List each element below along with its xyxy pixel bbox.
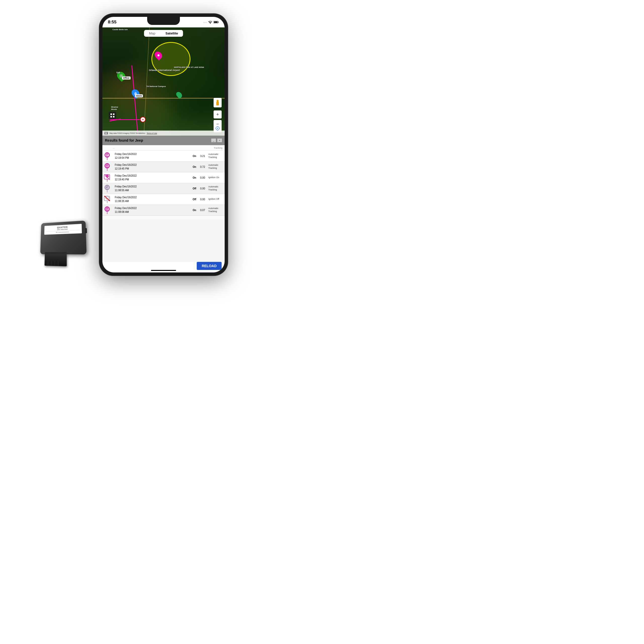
svg-rect-6 [120,76,121,77]
phone-screen: 8:55 ···· [102,17,225,272]
device-body: QUATON GPS TRACKER SN: xxxxxxxxxxxxxxxx [40,221,87,255]
row2-tracking: Automatic Tracking [207,162,225,172]
row6-time: 11:08:08 AM [115,210,189,214]
battery-icon [214,21,219,24]
row5-tracking: Ignition Off [207,194,225,205]
row2-time: 12:19:45 PM [115,167,189,171]
map-tabs: Map Satellite [144,30,183,37]
svg-rect-26 [106,155,107,155]
map-apps-icon[interactable] [109,112,116,119]
row6-date: Friday Dec/16/2022 [115,206,189,210]
device-label: QUATON GPS TRACKER SN: xxxxxxxxxxxxxxxx [44,224,82,235]
row3-time: 12:19:40 PM [115,178,189,181]
table-row[interactable]: Friday Dec/16/2022 11:08:55 AM Off 0.00 … [102,183,225,194]
home-indicator [151,270,176,271]
status-time: 8:55 [108,20,116,25]
meadow-woods-label: MeadowWoods [111,106,118,110]
svg-rect-35 [106,187,108,187]
airport-label: Orlando International Airport [149,69,180,72]
svg-rect-5 [122,75,123,76]
row3-distance: 0.00 [198,172,207,183]
row5-date: Friday Dec/16/2022 [115,195,189,199]
row4-distance: 0.00 [198,183,207,194]
results-controls: _ × [211,138,222,142]
svg-rect-41 [106,208,108,209]
row4-time: 11:08:55 AM [115,188,189,192]
pin-icon-6 [103,206,111,214]
northlake-label: NORTHLAKE PARK AT LAKE NONA [174,66,204,68]
connector-pins [46,261,65,266]
svg-rect-36 [106,187,107,188]
table-row[interactable]: Friday Dec/16/2022 11:08:35 AM Off 0.00 … [102,194,225,205]
results-table: Friday Dec/16/2022 12:19:54 PM On 3.21 A… [102,151,225,216]
row2-status: On [191,162,198,172]
wifi-icon [208,21,212,24]
svg-rect-42 [106,209,107,210]
reload-button[interactable]: RELOAD [197,262,222,270]
svg-rect-17 [105,132,105,133]
zoom-in-button[interactable]: + [214,110,222,118]
row3-tracking: Ignition On [207,172,225,183]
row1-time: 12:19:54 PM [115,156,189,160]
results-panel: Results found for Jeep _ × ... Tracking [102,136,225,262]
table-row[interactable]: Friday Dec/16/2022 12:19:54 PM On 3.21 A… [102,151,225,162]
side-port [85,228,87,233]
row4-tracking: Automatic Tracking [207,183,225,194]
svg-rect-21 [105,133,107,134]
map-footer: Map data ©2023 Imagery ©2023 TerraMetric… [102,131,225,136]
svg-line-38 [104,196,110,201]
street-view-icon[interactable] [214,98,222,107]
pin-icon-3 [103,174,111,182]
row3-date: Friday Dec/16/2022 [115,174,189,178]
results-header: Results found for Jeep _ × [102,136,225,145]
svg-rect-30 [106,166,107,166]
row1-date: Friday Dec/16/2022 [115,152,189,156]
svg-rect-20 [107,132,107,133]
svg-rect-22 [105,134,107,134]
ta-national-label: TA National Campus [146,85,166,88]
map-container[interactable]: Office Store Taft Orland [102,27,225,136]
row2-distance: 0.72 [198,162,207,172]
row2-date: Friday Dec/16/2022 [115,163,189,167]
map-data-text: Map data ©2023 Imagery ©2023 TerraMetric… [109,132,145,134]
partially-visible-row: ... Tracking [102,145,225,151]
svg-rect-10 [110,116,112,117]
svg-rect-25 [106,154,108,155]
svg-rect-9 [113,113,114,115]
speed-sign-2: 90 [140,117,146,122]
pin-icon-1 [103,152,111,160]
belle-isle-label: Castle Belle Isle [112,28,128,31]
terms-link[interactable]: Terms of Use [147,132,157,134]
svg-rect-29 [106,165,108,166]
row6-distance: 0.07 [198,205,207,216]
pin-icon-2 [103,163,111,171]
office-label: Office [122,76,131,79]
minimize-button[interactable]: _ [211,138,216,142]
svg-point-15 [217,128,218,129]
tab-satellite[interactable]: Satellite [160,30,183,37]
store-label: Store [135,94,143,97]
svg-rect-19 [106,132,107,133]
svg-rect-11 [113,116,114,117]
taft-label: Taft [116,71,120,74]
table-row[interactable]: Friday Dec/16/2022 12:19:45 PM On 0.72 A… [102,162,225,172]
row6-tracking: Automatic Tracking [207,205,225,216]
row5-time: 11:08:35 AM [115,199,189,203]
signal-dots-icon: ···· [203,21,207,24]
tab-map[interactable]: Map [144,30,160,37]
row4-date: Friday Dec/16/2022 [115,185,189,188]
bottom-partial-row [102,216,225,219]
row1-tracking: Automatic Tracking [207,151,225,162]
svg-point-0 [210,23,211,24]
svg-rect-13 [216,105,219,105]
row1-status: On [191,151,198,162]
svg-rect-4 [120,75,121,76]
table-row[interactable]: Friday Dec/16/2022 11:08:08 AM On 0.07 A… [102,205,225,216]
row5-distance: 0.00 [198,194,207,205]
row1-distance: 3.21 [198,151,207,162]
table-row[interactable]: Friday Dec/16/2022 12:19:40 PM On 0.00 I… [102,172,225,183]
close-button[interactable]: × [217,138,222,142]
results-title: Results found for Jeep [105,138,143,142]
keyboard-icon [104,132,108,134]
phone-frame: 8:55 ···· [99,14,228,275]
